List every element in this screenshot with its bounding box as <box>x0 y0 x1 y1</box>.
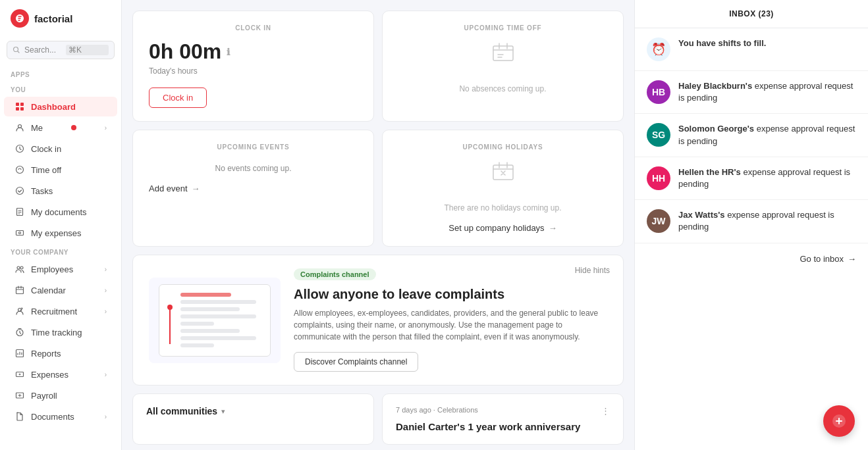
time-tracking-label: Time tracking <box>31 328 82 338</box>
documents-icon <box>14 411 25 422</box>
events-empty-text: No events coming up. <box>149 164 358 173</box>
hints-description: Allow employees, ex-employees, candidate… <box>294 307 607 343</box>
setup-holidays-arrow: → <box>549 223 557 233</box>
expenses-icon <box>14 369 25 380</box>
clock-in-icon <box>14 143 25 154</box>
sidebar-item-time-off[interactable]: Time off <box>4 160 117 180</box>
clock-time: 0h 00m ℹ <box>149 39 358 64</box>
apps-label: Apps <box>0 66 121 81</box>
recruitment-label: Recruitment <box>31 307 77 316</box>
hellen-name: Hellen the HR's <box>678 167 741 177</box>
search-bar[interactable]: Search... ⌘K <box>7 41 115 59</box>
sidebar-item-reports[interactable]: Reports <box>4 343 117 363</box>
svg-point-7 <box>16 166 24 174</box>
go-to-inbox-link[interactable]: Go to inbox → <box>800 254 857 264</box>
inbox-item-jax[interactable]: JW Jax Watts's expense approval request … <box>635 200 868 243</box>
inbox-avatar-haley: HB <box>647 80 670 104</box>
inbox-item-haley[interactable]: HB Haley Blackburn's expense approval re… <box>635 71 868 114</box>
inbox-item-shifts[interactable]: ⏰ You have shifts to fill. <box>635 28 868 71</box>
inbox-footer: Go to inbox → <box>635 243 868 274</box>
svg-point-0 <box>14 47 18 52</box>
svg-point-8 <box>16 188 24 195</box>
solomon-name: Solomon George's <box>678 124 754 134</box>
recruitment-icon <box>14 306 25 316</box>
inbox-avatar-jax: JW <box>647 209 670 233</box>
sidebar-item-recruitment[interactable]: Recruitment › <box>4 301 117 321</box>
sidebar-item-tasks[interactable]: Tasks <box>4 181 117 201</box>
sidebar-item-calendar[interactable]: Calendar › <box>4 280 117 300</box>
communities-chevron[interactable]: ▾ <box>221 407 225 416</box>
holidays-empty-text: There are no holidays coming up. <box>398 203 607 213</box>
reports-icon <box>14 348 25 359</box>
clock-in-button[interactable]: Clock in <box>149 88 207 108</box>
go-inbox-label: Go to inbox <box>800 254 844 264</box>
jax-name: Jax Watts's <box>678 210 725 220</box>
recruitment-chevron: › <box>105 308 107 315</box>
fab-button[interactable] <box>823 405 855 437</box>
my-documents-label: My documents <box>31 207 87 217</box>
setup-holidays-link[interactable]: Set up company holidays → <box>398 223 607 233</box>
clock-in-label: Clock in <box>31 144 61 154</box>
inbox-avatar-clock: ⏰ <box>647 38 670 61</box>
svg-rect-4 <box>20 107 24 111</box>
svg-rect-3 <box>16 107 19 111</box>
celebrations-header: 7 days ago · Celebrations ⋮ <box>396 406 610 416</box>
add-event-link[interactable]: Add event → <box>149 184 358 193</box>
time-tracking-icon <box>14 327 25 338</box>
payroll-label: Payroll <box>31 391 57 401</box>
celebrations-menu[interactable]: ⋮ <box>601 406 610 416</box>
sidebar-item-documents[interactable]: Documents › <box>4 407 117 426</box>
your-company-label: YOUR COMPANY <box>0 243 121 259</box>
sidebar-item-employees[interactable]: Employees › <box>4 259 117 279</box>
sidebar-item-me[interactable]: Me › <box>4 118 117 138</box>
dashboard-label: Dashboard <box>31 102 76 112</box>
clock-time-value: 0h 00m <box>149 39 221 64</box>
main-content: CLOCK IN 0h 00m ℹ Today's hours Clock in… <box>122 0 634 450</box>
svg-rect-10 <box>16 231 24 236</box>
upcoming-holidays-card: UPCOMING HOLIDAYS There are no holidays … <box>382 130 624 247</box>
my-documents-icon <box>14 207 25 217</box>
hints-content: Complaints channel Allow anyone to leave… <box>294 268 607 372</box>
solomon-initials: SG <box>652 130 665 140</box>
jax-initials: JW <box>652 216 666 226</box>
hellen-initials: HH <box>652 173 665 184</box>
my-expenses-icon <box>14 228 25 238</box>
add-event-label: Add event <box>149 184 188 193</box>
expenses-chevron: › <box>105 371 107 378</box>
top-cards-row: CLOCK IN 0h 00m ℹ Today's hours Clock in… <box>132 11 624 122</box>
time-off-card-title: UPCOMING TIME OFF <box>398 24 607 32</box>
communities-title: All communities <box>146 406 217 416</box>
communities-header: All communities ▾ <box>146 406 360 416</box>
time-off-icon <box>14 164 25 175</box>
holidays-empty-icon <box>398 159 607 190</box>
inbox-text-shifts: You have shifts to fill. <box>678 38 856 49</box>
inbox-item-hellen[interactable]: HH Hellen the HR's expense approval requ… <box>635 157 868 200</box>
sidebar-item-clock-in[interactable]: Clock in <box>4 139 117 159</box>
celebrations-card: 7 days ago · Celebrations ⋮ Daniel Carte… <box>382 393 624 445</box>
inbox-item-solomon[interactable]: SG Solomon George's expense approval req… <box>635 114 868 157</box>
info-icon: ℹ <box>227 47 230 57</box>
sidebar: factorial Search... ⌘K Apps YOU Dashboar… <box>0 0 122 450</box>
inbox-text-solomon: Solomon George's expense approval reques… <box>678 123 856 147</box>
sidebar-item-expenses[interactable]: Expenses › <box>4 364 117 384</box>
add-event-arrow: → <box>192 184 200 193</box>
clock-in-card: CLOCK IN 0h 00m ℹ Today's hours Clock in <box>132 11 374 122</box>
reports-label: Reports <box>31 349 61 359</box>
logo-text: factorial <box>34 13 72 24</box>
sidebar-item-time-tracking[interactable]: Time tracking <box>4 322 117 342</box>
svg-point-13 <box>20 266 23 269</box>
haley-name: Haley Blackburn's <box>678 81 752 91</box>
sidebar-item-dashboard[interactable]: Dashboard <box>4 97 117 116</box>
logo-icon <box>11 9 29 28</box>
svg-rect-2 <box>20 103 24 106</box>
sidebar-item-payroll[interactable]: Payroll <box>4 386 117 405</box>
clock-avatar-icon: ⏰ <box>651 42 666 57</box>
sidebar-item-my-expenses[interactable]: My expenses <box>4 223 117 243</box>
me-label: Me <box>31 123 43 133</box>
discover-btn[interactable]: Discover Complaints channel <box>294 352 418 372</box>
hide-hints-link[interactable]: Hide hints <box>575 266 610 275</box>
sidebar-item-my-documents[interactable]: My documents <box>4 202 117 222</box>
communities-card: All communities ▾ <box>132 393 374 445</box>
tasks-icon <box>14 186 25 196</box>
hints-illustration <box>149 278 281 363</box>
